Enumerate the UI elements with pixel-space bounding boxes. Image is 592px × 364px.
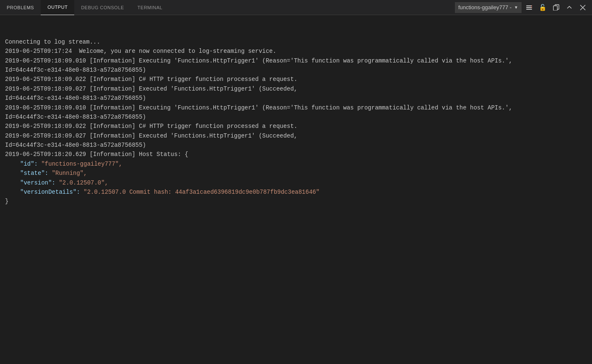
json-key: "id": bbox=[20, 161, 41, 167]
copy-icon-button[interactable] bbox=[550, 2, 562, 13]
log-line: 2019-06-25T09:18:09.027 [Information] Ex… bbox=[5, 84, 587, 94]
json-key: "versionDetails": bbox=[20, 189, 83, 195]
svg-rect-6 bbox=[553, 6, 557, 10]
log-line: 2019-06-25T09:18:09.027 [Information] Ex… bbox=[5, 131, 587, 140]
json-value: "2.0.12507.0", bbox=[59, 179, 108, 186]
tab-debug-console[interactable]: DEBUG CONSOLE bbox=[74, 0, 130, 15]
json-value: "Running", bbox=[52, 170, 87, 177]
chevron-up-icon bbox=[566, 4, 573, 11]
log-line: "version": "2.0.12507.0", bbox=[5, 178, 587, 187]
json-key: "state": bbox=[20, 170, 52, 177]
svg-rect-3 bbox=[531, 5, 532, 6]
svg-rect-2 bbox=[526, 9, 532, 10]
log-line: 2019-06-25T09:17:24 Welcome, you are now… bbox=[5, 47, 587, 56]
output-content[interactable]: Connecting to log stream...2019-06-25T09… bbox=[0, 15, 592, 364]
close-button[interactable] bbox=[577, 2, 589, 13]
log-line: "id": "functions-ggailey777", bbox=[5, 159, 587, 169]
chevron-up-button[interactable] bbox=[563, 2, 575, 13]
svg-rect-4 bbox=[531, 7, 532, 8]
log-line: "state": "Running", bbox=[5, 169, 587, 178]
chevron-down-icon: ▼ bbox=[514, 5, 518, 10]
log-line: Id=64c44f3c-e314-48e0-8813-a572a8756855) bbox=[5, 65, 587, 75]
svg-rect-1 bbox=[526, 7, 532, 8]
dropdown-label: functions-ggailey777 - bbox=[458, 4, 512, 10]
tab-output[interactable]: OUTPUT bbox=[41, 0, 74, 15]
log-line: Connecting to log stream... bbox=[5, 37, 587, 47]
panel: PROBLEMS OUTPUT DEBUG CONSOLE TERMINAL f… bbox=[0, 0, 592, 364]
lock-icon: 🔓 bbox=[539, 4, 547, 11]
tab-problems[interactable]: PROBLEMS bbox=[0, 0, 41, 15]
svg-rect-0 bbox=[526, 5, 532, 6]
list-icon-button[interactable] bbox=[523, 2, 535, 13]
json-value: "2.0.12507.0 Commit hash: 44af3a1caed639… bbox=[83, 189, 319, 195]
tab-bar-right: functions-ggailey777 - ▼ 🔓 bbox=[455, 2, 592, 13]
json-key: "version": bbox=[20, 179, 59, 186]
log-line: "versionDetails": "2.0.12507.0 Commit ha… bbox=[5, 187, 587, 197]
log-line: 2019-06-25T09:18:20.629 [Information] Ho… bbox=[5, 150, 587, 159]
tab-bar: PROBLEMS OUTPUT DEBUG CONSOLE TERMINAL f… bbox=[0, 0, 592, 15]
log-line: } bbox=[5, 197, 587, 206]
lock-icon-button[interactable]: 🔓 bbox=[537, 2, 548, 13]
json-value: "functions-ggailey777", bbox=[41, 161, 122, 167]
list-icon bbox=[526, 4, 532, 11]
log-line: 2019-06-25T09:18:09.022 [Information] C#… bbox=[5, 122, 587, 131]
log-line: 2019-06-25T09:18:09.010 [Information] Ex… bbox=[5, 56, 587, 65]
copy-icon bbox=[553, 4, 559, 10]
log-line: 2019-06-25T09:18:09.010 [Information] Ex… bbox=[5, 103, 587, 112]
tab-terminal[interactable]: TERMINAL bbox=[131, 0, 169, 15]
log-line: Id=64c44f3c-e314-48e0-8813-a572a8756855) bbox=[5, 112, 587, 122]
log-line: Id=64c44f3c-e314-48e0-8813-a572a8756855) bbox=[5, 94, 587, 103]
output-source-dropdown[interactable]: functions-ggailey777 - ▼ bbox=[455, 2, 522, 13]
close-icon bbox=[580, 5, 586, 10]
log-line: Id=64c44f3c-e314-48e0-8813-a572a8756855) bbox=[5, 140, 587, 150]
log-line: 2019-06-25T09:18:09.022 [Information] C#… bbox=[5, 75, 587, 84]
tab-bar-left: PROBLEMS OUTPUT DEBUG CONSOLE TERMINAL bbox=[0, 0, 455, 15]
